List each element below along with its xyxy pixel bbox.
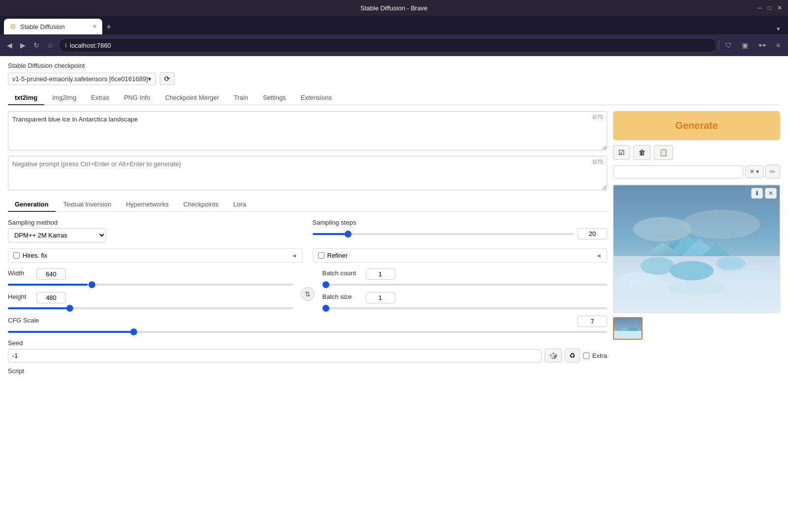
style-input[interactable] (613, 165, 743, 178)
reload-button[interactable]: ↻ (30, 39, 42, 51)
sampling-row: Sampling method DPM++ 2M Karras Sampling… (8, 219, 607, 242)
hires-fix-checkbox[interactable] (13, 252, 20, 259)
svg-point-10 (670, 261, 713, 281)
clear-button[interactable]: 🗑 (633, 145, 651, 160)
bookmark-button[interactable]: ☆ (44, 39, 57, 51)
tab-img2img[interactable]: img2img (45, 91, 83, 105)
batch-size-input[interactable] (366, 292, 395, 303)
maximize-icon[interactable]: □ (768, 4, 771, 11)
sampling-steps-slider[interactable] (313, 233, 574, 235)
hires-fix-collapse-icon[interactable]: ◄ (292, 252, 297, 259)
sub-tab-hypernetworks[interactable]: Hypernetworks (119, 198, 175, 212)
checkpoint-dropdown-icon: ▾ (148, 75, 151, 83)
active-tab[interactable]: ⚙ Stable Diffusion × (4, 19, 102, 34)
close-image-button[interactable]: ✕ (765, 188, 777, 199)
height-slider[interactable] (8, 307, 293, 309)
checkpoint-select[interactable]: v1-5-pruned-emaonly.safetensors [6ce0161… (8, 73, 156, 85)
seed-input[interactable] (8, 349, 542, 362)
thumbnail-0[interactable] (613, 317, 642, 340)
tab-list-button[interactable]: ▾ (773, 23, 784, 34)
height-input[interactable] (36, 292, 66, 303)
width-input[interactable] (36, 268, 66, 280)
menu-button[interactable]: ≡ (772, 39, 784, 51)
lock-icon: ℹ (65, 42, 67, 49)
cfg-scale-slider[interactable] (8, 331, 607, 333)
cfg-scale-input[interactable] (578, 316, 607, 327)
batch-size-section: Batch size (322, 292, 608, 311)
brave-shield-button[interactable]: 🛡 (721, 39, 736, 51)
window-controls: ─ □ ✕ (758, 4, 782, 11)
tab-txt2img[interactable]: txt2img (8, 91, 44, 105)
negative-prompt-container: 0/75 (8, 156, 607, 192)
sub-tab-checkpoints[interactable]: Checkpoints (176, 198, 226, 212)
back-button[interactable]: ◀ (4, 39, 15, 51)
main-layout: Transparent blue ice in Antarctica lands… (8, 111, 780, 380)
seed-label: Seed (8, 339, 607, 347)
tab-checkpoint-merger[interactable]: Checkpoint Merger (158, 91, 226, 105)
sub-tab-lora[interactable]: Lora (226, 198, 253, 212)
address-bar[interactable]: ℹ localhost:7860 (58, 38, 717, 53)
style-clear-button[interactable]: ✕ ▾ (745, 165, 763, 178)
forward-button[interactable]: ▶ (17, 39, 29, 51)
new-tab-button[interactable]: + (102, 22, 116, 32)
height-label: Height (8, 293, 32, 300)
paste-button[interactable]: 📋 (654, 145, 673, 160)
seed-random-button[interactable]: 🎲 (545, 349, 562, 362)
tab-settings[interactable]: Settings (256, 91, 293, 105)
image-output-area: ⬇ ✕ (613, 184, 780, 340)
batch-size-slider[interactable] (322, 307, 608, 309)
tab-extras[interactable]: Extras (84, 91, 116, 105)
download-image-button[interactable]: ⬇ (751, 188, 763, 199)
sampling-steps-input[interactable] (578, 228, 607, 239)
close-icon[interactable]: ✕ (777, 4, 782, 11)
swap-dimensions-button[interactable]: ⇅ (301, 287, 315, 301)
tab-close-btn[interactable]: × (93, 23, 96, 30)
svg-rect-16 (614, 331, 642, 340)
tab-png-info[interactable]: PNG Info (117, 91, 157, 105)
style-apply-button[interactable]: ✏ (765, 165, 780, 178)
refiner-collapse-icon[interactable]: ◄ (596, 252, 602, 259)
generated-image-svg (613, 185, 780, 313)
generate-button[interactable]: Generate (613, 111, 780, 140)
batch-count-slider[interactable] (322, 284, 608, 286)
script-label: Script (8, 367, 607, 375)
extra-label: Extra (592, 352, 607, 359)
svg-point-11 (716, 257, 746, 270)
seed-recycle-button[interactable]: ♻ (565, 349, 580, 362)
batch-count-input[interactable] (366, 268, 395, 280)
sampling-steps-row (313, 228, 608, 239)
sidebar-button[interactable]: ▣ (738, 39, 752, 51)
leo-button[interactable]: 👓 (754, 39, 770, 51)
thumbnail-image (614, 318, 642, 340)
width-row: Width (8, 268, 293, 280)
refiner-label: Refiner (327, 252, 348, 259)
sub-tab-textual-inversion[interactable]: Textual Inversion (57, 198, 118, 212)
checkpoint-refresh-button[interactable]: ⟳ (160, 72, 175, 85)
negative-prompt-counter: 0/75 (593, 159, 603, 165)
batch-count-row: Batch count (322, 268, 608, 280)
dimensions-section: Width Height (8, 268, 293, 311)
read-prompt-button[interactable]: ☑ (613, 145, 630, 160)
refiner-section: Refiner ◄ (313, 248, 608, 263)
negative-prompt-input[interactable] (8, 156, 607, 190)
checkpoint-label: Stable Diffusion checkpoint (8, 62, 780, 69)
sampling-steps-label: Sampling steps (313, 219, 608, 226)
positive-prompt-input[interactable]: Transparent blue ice in Antarctica lands… (8, 111, 607, 150)
svg-point-13 (733, 271, 768, 281)
tab-bar: ⚙ Stable Diffusion × + ▾ (0, 16, 788, 34)
url-text: localhost:7860 (70, 42, 111, 49)
tab-extensions[interactable]: Extensions (294, 91, 339, 105)
height-row: Height (8, 292, 293, 303)
extra-checkbox[interactable] (583, 353, 589, 359)
main-tabs: txt2img img2img Extras PNG Info Checkpoi… (8, 91, 780, 105)
thumbnail-row (613, 317, 780, 340)
refiner-checkbox[interactable] (318, 252, 324, 259)
tab-favicon: ⚙ (10, 23, 16, 30)
width-slider[interactable] (8, 284, 293, 286)
tab-train[interactable]: Train (227, 91, 255, 105)
sub-tab-generation[interactable]: Generation (8, 198, 56, 212)
separator (719, 40, 719, 50)
sampling-method-label: Sampling method (8, 219, 303, 226)
sampling-method-select[interactable]: DPM++ 2M Karras (8, 228, 106, 242)
minimize-icon[interactable]: ─ (758, 4, 762, 11)
